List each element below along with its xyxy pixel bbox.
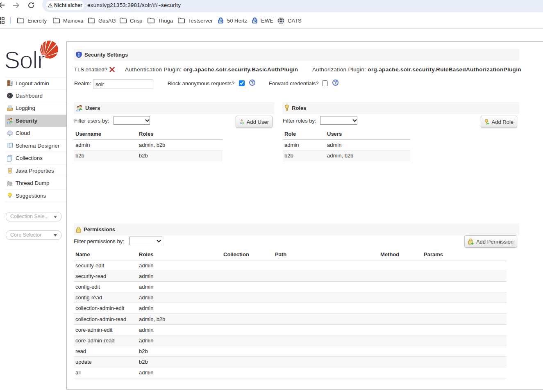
svg-text:Solr: Solr — [4, 47, 45, 74]
